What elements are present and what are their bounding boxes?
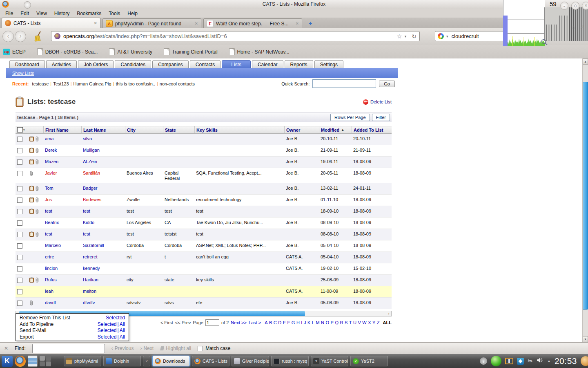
row-checkbox[interactable]	[17, 255, 22, 260]
find-input[interactable]	[32, 344, 105, 353]
letter-filter-m[interactable]: M	[316, 320, 319, 325]
contact-last-name-link[interactable]: melton	[83, 289, 96, 294]
contact-first-name-link[interactable]: Tom	[45, 186, 53, 191]
recent-link[interactable]: this is too confusin..	[116, 81, 155, 86]
menu-view[interactable]: View	[33, 10, 51, 17]
contact-first-name-link[interactable]: linclon	[45, 266, 58, 271]
contact-last-name-link[interactable]: test	[83, 209, 90, 213]
contact-last-name-link[interactable]: test	[83, 231, 90, 236]
browser-tab[interactable]: CATS - Lists✕	[2, 18, 100, 28]
contact-first-name-link[interactable]: Derek	[45, 148, 57, 153]
letter-filter-u[interactable]: U	[353, 320, 356, 325]
menu-help[interactable]: Help	[124, 10, 141, 17]
tab-calendar[interactable]: Calendar	[252, 60, 283, 68]
contact-last-name-link[interactable]: Badger	[83, 186, 97, 191]
menu-file[interactable]: File	[2, 10, 17, 17]
tab-close-icon[interactable]: ✕	[296, 21, 299, 26]
row-checkbox[interactable]	[17, 289, 22, 294]
row-checkbox[interactable]	[17, 197, 22, 203]
contact-first-name-link[interactable]: ama	[45, 136, 53, 141]
find-close-icon[interactable]: ✕	[4, 346, 8, 351]
tab-candidates[interactable]: Candidates	[115, 60, 151, 68]
row-checkbox[interactable]	[17, 232, 22, 237]
tab-lists[interactable]: Lists	[222, 60, 251, 68]
quick-search-input[interactable]	[312, 79, 376, 88]
browser-tab[interactable]: AphpMyAdmin - Page not found✕	[102, 18, 201, 28]
url-bar[interactable]: opencats.org/test/cats/index.php?m=lists…	[51, 31, 420, 41]
column-key-skills[interactable]: Key Skills	[194, 126, 284, 133]
task-yast2[interactable]: ✓YaST2	[350, 356, 388, 366]
action-menu-link-selected[interactable]: Selected	[98, 321, 117, 327]
filter-button[interactable]: Filter	[372, 114, 390, 121]
bookmark-dbor-egrdb-sea-[interactable]: DBOR - eGRDB - Sea...	[37, 48, 98, 55]
vertical-scroll-thumb[interactable]	[583, 82, 588, 310]
match-case-checkbox[interactable]	[198, 346, 203, 351]
row-checkbox[interactable]	[17, 148, 22, 153]
task-phpmyadmi[interactable]: phpMyAdmi	[64, 356, 101, 366]
tray-expand-icon[interactable]: ▲	[547, 359, 551, 363]
menu-tools[interactable]: Tools	[105, 10, 124, 17]
contact-first-name-link[interactable]: davdf	[45, 300, 56, 305]
action-menu-link-all[interactable]: All	[120, 328, 125, 333]
action-menu-link-selected[interactable]: Selected	[106, 315, 125, 321]
bookmark-star-icon[interactable]: ☆	[396, 33, 402, 40]
letter-filter-a[interactable]: A	[265, 320, 267, 325]
kmenu-icon[interactable]: K	[2, 356, 13, 367]
column-first-name[interactable]: First Name	[43, 126, 81, 133]
tab-settings[interactable]: Settings	[314, 60, 343, 68]
tab-close-icon[interactable]: ✕	[94, 21, 97, 25]
letter-filter-w[interactable]: W	[362, 320, 366, 325]
mini-pager[interactable]: 2	[143, 356, 150, 366]
letter-filter-s[interactable]: S	[345, 320, 347, 325]
letter-filter-v[interactable]: V	[358, 320, 361, 325]
column-last-name[interactable]: Last Name	[81, 126, 125, 133]
letter-filter-f[interactable]: F	[287, 320, 290, 325]
url-dropdown-icon[interactable]: ▾	[405, 34, 407, 38]
bookmark-at-t-university[interactable]: AT&T University	[109, 48, 152, 55]
action-menu-link-selected[interactable]: Selected	[98, 334, 117, 340]
browser-tab[interactable]: FWait! One more step. — Free S...✕	[203, 18, 302, 28]
letter-filter-p[interactable]: P	[331, 320, 334, 325]
letter-filter-o[interactable]: O	[326, 320, 330, 325]
overlay-minimize-button[interactable]: ⌄	[560, 2, 568, 10]
contact-first-name-link[interactable]: test	[45, 231, 52, 236]
letter-filter-n[interactable]: N	[321, 320, 324, 325]
column-modified[interactable]: Modified▲	[319, 126, 352, 133]
letter-filter-x[interactable]: X	[368, 320, 371, 325]
row-checkbox[interactable]	[17, 266, 22, 272]
tab-close-icon[interactable]: ✕	[195, 21, 198, 26]
contact-first-name-link[interactable]: Jos	[45, 197, 52, 202]
column-owner[interactable]: Owner	[284, 126, 319, 133]
column-added-to-list[interactable]: Added To List	[352, 126, 392, 133]
info-tray-icon[interactable]: i	[480, 357, 487, 365]
task-cats-lists[interactable]: CATS - Lists	[192, 356, 229, 366]
task-giver-recipie[interactable]: Giver Recipie	[232, 356, 269, 366]
search-engine-dropdown-icon[interactable]: ▾	[446, 34, 448, 38]
recent-link[interactable]: Test123	[53, 81, 69, 86]
contact-last-name-link[interactable]: silva	[83, 136, 92, 141]
row-checkbox[interactable]	[17, 243, 22, 249]
contact-last-name-link[interactable]: Santillán	[83, 171, 100, 175]
row-checkbox[interactable]	[17, 209, 22, 214]
letter-filter-t[interactable]: T	[349, 320, 352, 325]
file-cabinet-icon[interactable]	[28, 355, 38, 367]
letter-filter-i[interactable]: I	[301, 320, 302, 325]
tab-contacts[interactable]: Contacts	[190, 60, 220, 68]
letter-filter-r[interactable]: R	[340, 320, 343, 325]
reload-icon[interactable]: ↻	[412, 33, 416, 40]
contact-first-name-link[interactable]: Beatrix	[45, 220, 59, 225]
action-menu-link-selected[interactable]: Selected	[98, 328, 117, 333]
contact-first-name-link[interactable]: ertre	[45, 254, 54, 259]
letter-filter-c[interactable]: C	[274, 320, 277, 325]
forward-button[interactable]: ›	[15, 31, 26, 42]
alphabet-all-link[interactable]: ALL	[383, 320, 392, 325]
bluetooth-tray-icon[interactable]	[517, 358, 524, 365]
overlay-restore-button[interactable]: ◇	[571, 2, 579, 10]
letter-filter-y[interactable]: Y	[372, 320, 375, 325]
recent-link[interactable]: Human Guinea Pig	[74, 81, 111, 86]
find-next-button[interactable]: ›Next	[140, 346, 154, 351]
klipper-scissors-icon[interactable]: ✂	[528, 357, 533, 365]
contact-last-name-link[interactable]: kennedy	[83, 266, 100, 271]
menu-bookmarks[interactable]: Bookmarks	[73, 10, 105, 17]
contact-last-name-link[interactable]: Kiddo	[83, 220, 94, 225]
